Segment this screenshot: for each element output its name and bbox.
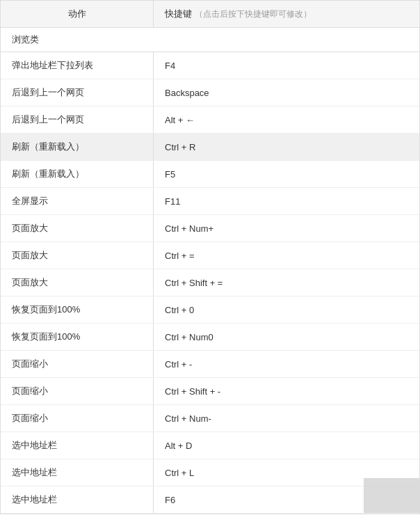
section-label: 浏览类	[12, 33, 39, 46]
table-row[interactable]: 后退到上一个网页Backspace	[1, 79, 419, 106]
header-shortcut-label: 快捷键	[165, 8, 192, 19]
header-action-label: 动作	[68, 8, 86, 19]
table-row[interactable]: 页面放大Ctrl + Shift + =	[1, 269, 419, 296]
table-header: 动作 快捷键 （点击后按下快捷键即可修改）	[1, 1, 419, 28]
row-shortcut[interactable]: Backspace	[154, 79, 419, 106]
row-shortcut[interactable]: Ctrl + -	[154, 351, 419, 377]
table-row[interactable]: 刷新（重新载入）F5	[1, 161, 419, 188]
row-action: 页面放大	[1, 242, 154, 269]
shortcut-table: 动作 快捷键 （点击后按下快捷键即可修改） 浏览类 弹出地址栏下拉列表F4后退到…	[0, 0, 420, 514]
overlay	[364, 478, 419, 513]
row-action: 页面缩小	[1, 351, 154, 377]
table-row[interactable]: 后退到上一个网页Alt + ←	[1, 106, 419, 134]
header-shortcut-col: 快捷键 （点击后按下快捷键即可修改）	[154, 1, 419, 27]
row-shortcut[interactable]: Ctrl + Shift + =	[154, 269, 419, 296]
row-action: 弹出地址栏下拉列表	[1, 52, 154, 79]
table-row[interactable]: 页面缩小Ctrl + -	[1, 351, 419, 378]
row-action: 选中地址栏	[1, 486, 154, 513]
row-action: 恢复页面到100%	[1, 296, 154, 323]
row-shortcut[interactable]: Ctrl + 0	[154, 296, 419, 323]
header-action-col: 动作	[1, 1, 154, 27]
row-action: 选中地址栏	[1, 432, 154, 459]
row-shortcut[interactable]: Ctrl + =	[154, 242, 419, 269]
table-row[interactable]: 恢复页面到100%Ctrl + 0	[1, 296, 419, 324]
row-action: 全屏显示	[1, 188, 154, 214]
row-shortcut[interactable]: F6	[154, 486, 419, 513]
row-shortcut[interactable]: F5	[154, 161, 419, 187]
row-shortcut[interactable]: Ctrl + Num0	[154, 324, 419, 350]
table-row[interactable]: 页面缩小Ctrl + Num-	[1, 405, 419, 432]
row-action: 页面缩小	[1, 378, 154, 404]
row-shortcut[interactable]: F4	[154, 52, 419, 79]
row-action: 页面放大	[1, 215, 154, 241]
row-shortcut[interactable]: Ctrl + Num-	[154, 405, 419, 431]
table-row[interactable]: 全屏显示F11	[1, 188, 419, 215]
table-row[interactable]: 弹出地址栏下拉列表F4	[1, 52, 419, 79]
row-shortcut[interactable]: F11	[154, 188, 419, 214]
header-shortcut-hint: （点击后按下快捷键即可修改）	[195, 9, 312, 19]
row-action: 后退到上一个网页	[1, 79, 154, 106]
row-action: 页面放大	[1, 269, 154, 296]
row-shortcut[interactable]: Ctrl + Shift + -	[154, 378, 419, 404]
row-shortcut[interactable]: Alt + D	[154, 432, 419, 459]
row-action: 恢复页面到100%	[1, 324, 154, 350]
row-action: 后退到上一个网页	[1, 106, 154, 133]
row-action: 选中地址栏	[1, 459, 154, 486]
table-row[interactable]: 恢复页面到100%Ctrl + Num0	[1, 324, 419, 351]
table-row[interactable]: 页面缩小Ctrl + Shift + -	[1, 378, 419, 405]
row-action: 刷新（重新载入）	[1, 161, 154, 187]
table-row[interactable]: 选中地址栏Ctrl + L	[1, 459, 419, 486]
row-shortcut[interactable]: Ctrl + Num+	[154, 215, 419, 241]
section-header: 浏览类	[1, 28, 419, 52]
table-row[interactable]: 选中地址栏F6	[1, 486, 419, 514]
table-row[interactable]: 选中地址栏Alt + D	[1, 432, 419, 459]
table-row[interactable]: 页面放大Ctrl + =	[1, 242, 419, 269]
row-action: 刷新（重新载入）	[1, 134, 154, 160]
row-shortcut[interactable]: Ctrl + R	[154, 134, 419, 160]
row-action: 页面缩小	[1, 405, 154, 431]
row-shortcut[interactable]: Alt + ←	[154, 106, 419, 133]
rows-container: 弹出地址栏下拉列表F4后退到上一个网页Backspace后退到上一个网页Alt …	[1, 52, 419, 514]
table-row[interactable]: 刷新（重新载入）Ctrl + R	[1, 134, 419, 161]
table-row[interactable]: 页面放大Ctrl + Num+	[1, 215, 419, 242]
